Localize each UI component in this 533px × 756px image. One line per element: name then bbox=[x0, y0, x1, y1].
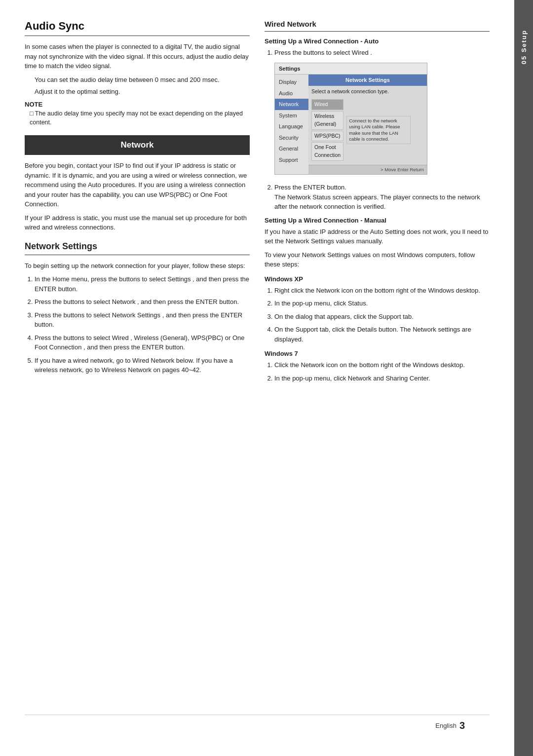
wxp-step-4: On the Support tab, click the Details bu… bbox=[274, 325, 490, 344]
note-label: NOTE bbox=[25, 101, 250, 108]
menu-language: Language bbox=[275, 121, 308, 132]
windows-7-steps: Click the Network icon on the bottom rig… bbox=[265, 360, 490, 383]
auto-step-2-desc: The Network Status screen appears. The p… bbox=[274, 193, 480, 211]
side-tab: 05 Setup bbox=[514, 0, 533, 756]
side-tab-text: 05 Setup bbox=[520, 30, 528, 64]
windows-xp-steps: Right click the Network icon on the bott… bbox=[265, 286, 490, 344]
network-settings-divider bbox=[25, 255, 250, 255]
windows-7-label: Windows 7 bbox=[265, 350, 490, 357]
page-footer: English 3 bbox=[25, 715, 490, 736]
network-body2: If your IP address is static, you must u… bbox=[25, 213, 250, 232]
network-body1: Before you begin, contact your ISP to fi… bbox=[25, 161, 250, 209]
manual-body: To view your Network Settings values on … bbox=[265, 250, 490, 269]
settings-panel-body: Select a network connection type. Wired … bbox=[308, 86, 427, 165]
network-settings-intro: To begin setting up the network connecti… bbox=[25, 261, 250, 271]
auto-steps: Press the buttons to select Wired . Sett… bbox=[265, 48, 490, 212]
step-3: Press the buttons to select Network Sett… bbox=[35, 310, 250, 330]
option-wired: Wired bbox=[311, 99, 343, 110]
audio-sync-body1: In some cases when the player is connect… bbox=[25, 42, 250, 71]
step-2: Press the buttons to select Network , an… bbox=[35, 297, 250, 307]
menu-security: Security bbox=[275, 132, 308, 144]
wired-network-title: Wired Network bbox=[265, 20, 490, 28]
network-settings-title: Network Settings bbox=[25, 241, 250, 252]
menu-audio: Audio bbox=[275, 88, 308, 99]
audio-sync-divider bbox=[25, 36, 250, 36]
settings-box-inner: Display Audio Network System Language Se… bbox=[275, 75, 427, 174]
wxp-step-2: In the pop-up menu, click Status. bbox=[274, 299, 490, 308]
settings-nav-bar: > Move Enter Return bbox=[308, 165, 427, 174]
settings-screenshot: Settings Display Audio Network System La… bbox=[274, 63, 427, 175]
settings-right-panel: Network Settings Select a network connec… bbox=[308, 75, 427, 174]
footer-page-number: 3 bbox=[459, 720, 465, 731]
auto-step-2: Press the ENTER button. The Network Stat… bbox=[274, 183, 490, 212]
network-header: Network bbox=[25, 135, 250, 155]
main-content: Audio Sync In some cases when the player… bbox=[0, 0, 514, 756]
settings-panel-title: Network Settings bbox=[308, 75, 427, 86]
two-column-layout: Audio Sync In some cases when the player… bbox=[25, 20, 490, 705]
right-column: Wired Network Setting Up a Wired Connect… bbox=[265, 20, 490, 705]
network-settings-steps: In the Home menu, press the buttons to s… bbox=[25, 274, 250, 375]
option-onefoot: One FootConnection bbox=[311, 142, 343, 161]
manual-connection-title: Setting Up a Wired Connection - Manual bbox=[265, 217, 490, 224]
network-options: Wired Wireless(General) WPS(PBC) One Foo… bbox=[311, 99, 343, 161]
left-column: Audio Sync In some cases when the player… bbox=[25, 20, 250, 705]
auto-step-1: Press the buttons to select Wired . Sett… bbox=[274, 48, 490, 175]
manual-intro: If you have a static IP address or the A… bbox=[265, 227, 490, 246]
step-4: Press the buttons to select Wired , Wire… bbox=[35, 333, 250, 352]
select-network-text: Select a network connection type. bbox=[311, 88, 424, 96]
note-text: The audio delay time you specify may not… bbox=[25, 109, 250, 128]
w7-step-1: Click the Network icon on the bottom rig… bbox=[274, 360, 490, 370]
option-wps: WPS(PBC) bbox=[311, 131, 343, 142]
settings-left-menu: Display Audio Network System Language Se… bbox=[275, 75, 308, 174]
menu-network: Network bbox=[275, 99, 308, 110]
audio-sync-indent1: You can set the audio delay time between… bbox=[35, 75, 250, 85]
step-5: If you have a wired network, go to Wired… bbox=[35, 356, 250, 375]
option-description: Connect to the network using LAN cable. … bbox=[346, 116, 411, 144]
wxp-step-3: On the dialog that appears, click the Su… bbox=[274, 312, 490, 322]
audio-sync-indent2: Adjust it to the optimal setting. bbox=[35, 87, 250, 97]
wxp-step-1: Right click the Network icon on the bott… bbox=[274, 286, 490, 296]
menu-display: Display bbox=[275, 76, 308, 88]
auto-connection-title: Setting Up a Wired Connection - Auto bbox=[265, 38, 490, 45]
w7-step-2: In the pop-up menu, click Network and Sh… bbox=[274, 374, 490, 383]
audio-sync-title: Audio Sync bbox=[25, 20, 250, 33]
wired-divider bbox=[265, 31, 490, 32]
menu-system: System bbox=[275, 110, 308, 121]
footer-language: English bbox=[435, 722, 457, 729]
note-block: NOTE The audio delay time you specify ma… bbox=[25, 101, 250, 128]
menu-general: General bbox=[275, 143, 308, 154]
windows-xp-label: Windows XP bbox=[265, 275, 490, 283]
nav-text: > Move Enter Return bbox=[381, 166, 424, 173]
option-wireless: Wireless(General) bbox=[311, 111, 343, 130]
menu-support: Support bbox=[275, 154, 308, 166]
auto-step-1-text: Press the buttons to select Wired . bbox=[274, 49, 372, 56]
step-1: In the Home menu, press the buttons to s… bbox=[35, 274, 250, 294]
page-container: Audio Sync In some cases when the player… bbox=[0, 0, 533, 756]
network-options-row: Wired Wireless(General) WPS(PBC) One Foo… bbox=[311, 97, 424, 163]
settings-box-label: Settings bbox=[275, 63, 427, 75]
auto-step-2-text: Press the ENTER button. bbox=[274, 184, 346, 191]
